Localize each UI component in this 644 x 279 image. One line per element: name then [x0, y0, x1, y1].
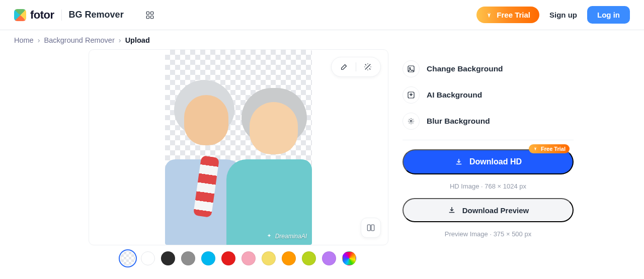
brush-icon — [340, 62, 349, 71]
svg-rect-2 — [146, 16, 149, 18]
blur-background-action[interactable]: Blur Background — [403, 113, 574, 130]
diamond-icon — [533, 146, 538, 151]
tool-separator — [356, 62, 356, 71]
signup-link[interactable]: Sign up — [549, 11, 577, 19]
breadcrumb: Home › Background Remover › Upload — [0, 30, 644, 46]
swatch-pink[interactable] — [242, 251, 256, 265]
free-trial-button[interactable]: Free Trial — [476, 7, 539, 23]
change-background-label: Change Background — [427, 64, 503, 73]
free-trial-label: Free Trial — [497, 11, 530, 19]
free-trial-badge-label: Free Trial — [541, 146, 566, 152]
svg-rect-4 — [367, 225, 370, 231]
download-preview-button[interactable]: Download Preview — [403, 198, 574, 222]
apps-grid-icon — [145, 11, 154, 20]
blur-background-label: Blur Background — [427, 117, 490, 126]
swatch-rainbow[interactable] — [342, 251, 356, 265]
chevron-right-icon: › — [38, 36, 40, 44]
swatch-yellow[interactable] — [262, 251, 276, 265]
blur-icon — [407, 117, 416, 126]
canvas-inner: DreaminaAI — [89, 50, 388, 245]
main: DreaminaAI — [0, 46, 644, 265]
blur-background-icon — [403, 113, 420, 130]
brand-separator — [61, 10, 62, 21]
preview-note: Preview Image · 375 × 500 px — [403, 230, 574, 238]
compare-icon — [366, 223, 376, 233]
breadcrumb-home[interactable]: Home — [14, 36, 34, 44]
download-hd-label: Download HD — [469, 157, 522, 166]
brand-logo[interactable]: fotor — [14, 9, 54, 22]
svg-rect-1 — [150, 12, 153, 14]
swatch-black[interactable] — [161, 251, 175, 265]
free-trial-badge: Free Trial — [529, 144, 570, 153]
ai-background-action[interactable]: AI Background — [403, 86, 574, 104]
swatch-lime[interactable] — [302, 251, 316, 265]
auth-group: Free Trial Sign up Log in — [476, 6, 630, 24]
swatch-gray[interactable] — [181, 251, 195, 265]
swatch-red[interactable] — [221, 251, 235, 265]
brand-logo-icon — [14, 9, 26, 21]
swatch-white[interactable] — [141, 251, 155, 265]
ai-background-icon — [403, 86, 420, 104]
portrait-placeholder — [165, 50, 312, 245]
chevron-right-icon: › — [119, 36, 121, 44]
panel-divider — [403, 140, 574, 140]
svg-point-9 — [410, 120, 412, 122]
change-background-action[interactable]: Change Background — [403, 60, 574, 77]
canvas-card: DreaminaAI — [89, 49, 388, 245]
swatch-cyan[interactable] — [201, 251, 215, 265]
right-panel: Change Background AI Background — [403, 49, 574, 265]
product-name: BG Remover — [69, 10, 124, 20]
hd-note: HD Image · 768 × 1024 px — [403, 182, 574, 190]
edit-tools — [331, 57, 381, 77]
brand-name: fotor — [30, 9, 54, 22]
transparent-checkerboard: DreaminaAI — [165, 50, 312, 245]
download-hd-button[interactable]: Free Trial Download HD — [403, 149, 574, 174]
watermark: DreaminaAI — [266, 233, 307, 240]
diamond-icon — [486, 12, 493, 19]
magic-tool-button[interactable] — [362, 61, 373, 72]
ai-background-label: AI Background — [427, 90, 482, 100]
watermark-text: DreaminaAI — [275, 233, 307, 240]
canvas-column: DreaminaAI — [89, 49, 388, 265]
breadcrumb-background-remover[interactable]: Background Remover — [44, 36, 115, 44]
svg-rect-3 — [150, 16, 153, 18]
svg-rect-5 — [371, 225, 374, 231]
image-icon — [407, 64, 416, 73]
download-preview-label: Download Preview — [462, 206, 529, 215]
login-button[interactable]: Log in — [587, 6, 630, 24]
compare-button[interactable] — [361, 218, 381, 238]
panel-actions: Change Background AI Background — [403, 60, 574, 130]
result-image — [165, 50, 312, 245]
apps-menu-button[interactable] — [143, 8, 157, 22]
change-background-icon — [403, 60, 420, 77]
magic-wand-icon — [363, 62, 372, 71]
svg-point-7 — [410, 67, 411, 68]
sparkle-square-icon — [407, 90, 416, 100]
download-icon — [454, 157, 463, 166]
color-swatches — [89, 251, 388, 265]
download-icon — [447, 206, 456, 215]
sparkle-icon — [266, 233, 272, 239]
swatch-orange[interactable] — [282, 251, 296, 265]
brush-tool-button[interactable] — [339, 61, 350, 72]
brand-group: fotor BG Remover — [14, 8, 157, 22]
swatch-transparent[interactable] — [121, 251, 135, 265]
swatch-purple[interactable] — [322, 251, 336, 265]
breadcrumb-current: Upload — [125, 36, 150, 44]
top-bar: fotor BG Remover Free Trial Sign up Log … — [0, 0, 644, 30]
svg-rect-0 — [146, 12, 149, 14]
